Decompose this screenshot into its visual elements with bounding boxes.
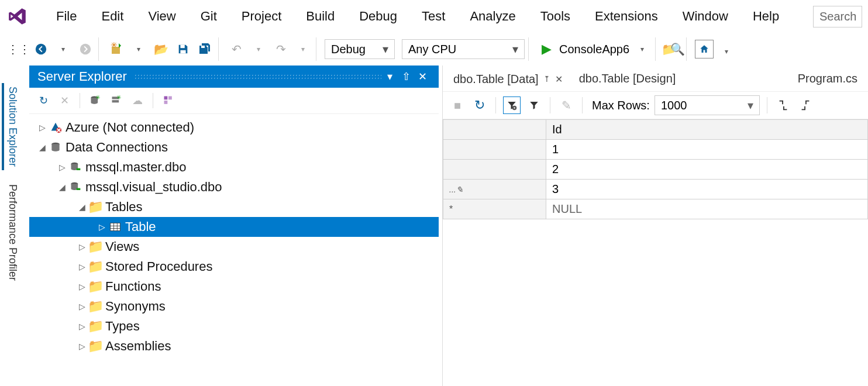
tree-label: mssql.visual_studio.dbo bbox=[85, 180, 222, 195]
menu-git[interactable]: Git bbox=[197, 6, 221, 26]
panel-close-icon[interactable]: ✕ bbox=[414, 70, 430, 83]
refresh-data-button[interactable]: ↻ bbox=[471, 96, 488, 114]
menu-build[interactable]: Build bbox=[302, 6, 338, 26]
tree-item-storedproc-folder[interactable]: ▷ 📁 Stored Procedures bbox=[29, 257, 439, 277]
server-explorer-tree: ▷ Azure (Not connected) ◢ Data Connectio… bbox=[29, 114, 439, 360]
tree-item-azure[interactable]: ▷ Azure (Not connected) bbox=[29, 118, 439, 137]
redo-dropdown-icon[interactable]: ▾ bbox=[294, 40, 312, 58]
script-to-clipboard-button[interactable] bbox=[797, 96, 814, 114]
tree-item-types-folder[interactable]: ▷ 📁 Types bbox=[29, 316, 439, 336]
tree-item-data-connections[interactable]: ◢ Data Connections bbox=[29, 137, 439, 157]
change-filter-button[interactable] bbox=[503, 96, 521, 114]
svg-rect-12 bbox=[164, 96, 168, 100]
caret-right-icon: ▷ bbox=[76, 322, 88, 331]
svg-text:✳: ✳ bbox=[116, 95, 121, 101]
panel-pin-icon[interactable]: ⇧ bbox=[398, 70, 414, 83]
start-target-label[interactable]: ConsoleApp6 bbox=[559, 43, 629, 56]
data-grid[interactable]: Id 1 2 ...✎ 3 * NULL bbox=[443, 119, 868, 219]
home-button[interactable] bbox=[695, 40, 714, 58]
caret-down-icon: ◢ bbox=[56, 182, 68, 192]
script-button[interactable]: ✎ bbox=[557, 96, 575, 114]
menu-edit[interactable]: Edit bbox=[98, 6, 127, 26]
tree-item-assemblies-folder[interactable]: ▷ 📁 Assemblies bbox=[29, 336, 439, 356]
pin-icon[interactable]: ⤒ bbox=[543, 74, 550, 84]
menu-view[interactable]: View bbox=[144, 6, 179, 26]
new-dropdown-icon[interactable]: ▾ bbox=[129, 40, 148, 58]
sidetab-solution-explorer[interactable]: Solution Explorer bbox=[2, 83, 21, 170]
table-row[interactable]: ...✎ 3 bbox=[443, 180, 868, 199]
folder-icon: 📁 bbox=[88, 239, 103, 254]
tree-label: Table bbox=[125, 219, 156, 235]
menu-window[interactable]: Window bbox=[679, 6, 732, 26]
sort-button[interactable] bbox=[160, 92, 177, 109]
max-rows-dropdown[interactable]: 1000 ▾ bbox=[655, 95, 760, 115]
start-dropdown-icon[interactable]: ▾ bbox=[633, 40, 652, 58]
svg-rect-21 bbox=[111, 223, 120, 230]
menu-analyze[interactable]: Analyze bbox=[466, 6, 519, 26]
menu-debug[interactable]: Debug bbox=[356, 6, 401, 26]
stop-button[interactable]: ■ bbox=[449, 96, 466, 114]
connect-to-database-button[interactable]: ✳ bbox=[87, 92, 104, 109]
connect-to-server-button[interactable]: ✳ bbox=[108, 92, 125, 109]
filter-button[interactable] bbox=[525, 96, 543, 114]
start-debug-button[interactable]: ▶ bbox=[537, 40, 556, 58]
tree-item-table[interactable]: ▷ Table bbox=[29, 217, 439, 237]
menu-project[interactable]: Project bbox=[238, 6, 285, 26]
tab-dbo-table-data[interactable]: dbo.Table [Data] ⤒ ✕ bbox=[446, 68, 570, 89]
folder-icon: 📁 bbox=[88, 199, 103, 215]
tree-item-views-folder[interactable]: ▷ 📁 Views bbox=[29, 237, 439, 257]
undo-button[interactable]: ↶ bbox=[227, 40, 246, 58]
menu-extensions[interactable]: Extensions bbox=[591, 6, 662, 26]
menu-file[interactable]: File bbox=[53, 6, 80, 26]
new-project-button[interactable]: ✳ bbox=[107, 40, 126, 58]
chevron-down-icon: ▾ bbox=[748, 98, 753, 112]
nav-back-button[interactable] bbox=[32, 40, 50, 58]
table-row-new[interactable]: * NULL bbox=[443, 199, 868, 219]
row-marker bbox=[443, 140, 546, 160]
tree-label: Assemblies bbox=[105, 339, 171, 354]
solution-platform-value: Any CPU bbox=[408, 43, 456, 56]
tab-program-cs[interactable]: Program.cs bbox=[791, 68, 864, 89]
menu-tools[interactable]: Tools bbox=[537, 6, 574, 26]
close-icon[interactable]: ✕ bbox=[555, 74, 563, 85]
tree-item-tables-folder[interactable]: ◢ 📁 Tables bbox=[29, 197, 439, 217]
server-explorer-header[interactable]: Server Explorer ▾ ⇧ ✕ bbox=[29, 66, 439, 88]
cell-value[interactable]: 3 bbox=[546, 180, 868, 199]
tab-dbo-table-design[interactable]: dbo.Table [Design] bbox=[572, 68, 683, 89]
panel-dropdown-icon[interactable]: ▾ bbox=[381, 70, 398, 83]
folder-icon: 📁 bbox=[88, 319, 103, 334]
grid-column-header[interactable]: Id bbox=[546, 120, 868, 140]
save-button[interactable] bbox=[174, 40, 192, 58]
cell-value[interactable]: 1 bbox=[546, 140, 868, 160]
table-row[interactable]: 2 bbox=[443, 160, 868, 180]
save-all-button[interactable] bbox=[196, 40, 215, 58]
tree-item-conn-master[interactable]: ▷ mssql.master.dbo bbox=[29, 157, 439, 177]
stop-refresh-button[interactable]: ✕ bbox=[56, 92, 73, 109]
search-input[interactable]: Search bbox=[813, 6, 862, 27]
table-row[interactable]: 1 bbox=[443, 140, 868, 160]
sidetab-performance-profiler[interactable]: Performance Profiler bbox=[2, 181, 21, 284]
nav-forward-button[interactable] bbox=[76, 40, 95, 58]
menu-test[interactable]: Test bbox=[418, 6, 449, 26]
cell-value[interactable]: 2 bbox=[546, 160, 868, 180]
server-explorer-toolbar: ↻ ✕ ✳ ✳ ☁ bbox=[29, 88, 439, 114]
nav-back-dropdown-icon[interactable]: ▾ bbox=[54, 40, 73, 58]
cell-value-null[interactable]: NULL bbox=[546, 199, 868, 219]
tree-item-synonyms-folder[interactable]: ▷ 📁 Synonyms bbox=[29, 297, 439, 316]
tree-item-functions-folder[interactable]: ▷ 📁 Functions bbox=[29, 277, 439, 297]
solution-config-dropdown[interactable]: Debug ▾ bbox=[325, 39, 395, 59]
azure-services-button[interactable]: ☁ bbox=[129, 92, 146, 109]
menu-help[interactable]: Help bbox=[749, 6, 783, 26]
tree-item-conn-visualstudio[interactable]: ◢ mssql.visual_studio.dbo bbox=[29, 177, 439, 197]
undo-dropdown-icon[interactable]: ▾ bbox=[249, 40, 268, 58]
tree-label: Types bbox=[105, 319, 140, 334]
toolbar-overflow-icon[interactable]: ▾ bbox=[717, 42, 736, 61]
redo-button[interactable]: ↷ bbox=[271, 40, 290, 58]
grid-corner[interactable] bbox=[443, 120, 546, 140]
script-to-file-button[interactable] bbox=[774, 96, 792, 114]
refresh-button[interactable]: ↻ bbox=[35, 92, 51, 109]
solution-platform-dropdown[interactable]: Any CPU ▾ bbox=[402, 39, 525, 59]
tree-label: Functions bbox=[105, 279, 161, 294]
open-file-button[interactable]: 📂 bbox=[151, 40, 170, 58]
find-in-files-button[interactable]: 📁🔍 bbox=[664, 40, 683, 58]
